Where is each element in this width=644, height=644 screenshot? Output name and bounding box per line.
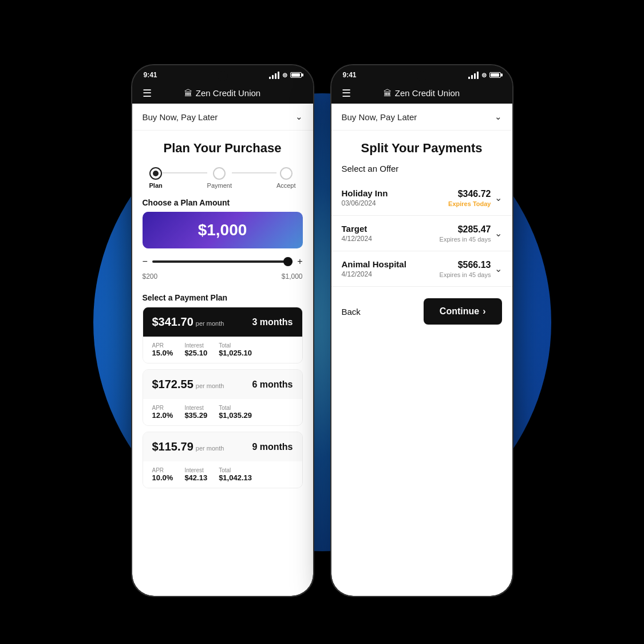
slider-container[interactable]: − + [132, 256, 313, 271]
plan-details-9months: APR 10.0% Interest $42.13 Total $1,042.1… [143, 461, 302, 488]
phone-body-1: Buy Now, Pay Later ⌄ Plan Your Purchase … [132, 104, 313, 596]
offer-name-animal-hospital: Animal Hospital [342, 259, 406, 269]
slider-minus[interactable]: − [143, 256, 148, 267]
offer-expires-target: Expires in 45 days [440, 236, 491, 243]
plan-monthly-3months: $341.70per month [152, 315, 224, 329]
step-circle-plan [149, 167, 162, 180]
bank-name-1: Zen Credit Union [196, 88, 260, 98]
bnpl-label-1: Buy Now, Pay Later [143, 112, 218, 122]
offer-name-holiday-inn: Holiday Inn [342, 188, 388, 198]
slider-plus[interactable]: + [297, 256, 302, 267]
offer-date-animal-hospital: 4/12/2024 [342, 270, 406, 278]
offer-amount-block-animal-hospital: $566.13 Expires in 45 days [440, 260, 491, 278]
signal-icon-2 [468, 72, 479, 79]
plan-months-9months: 9 months [252, 442, 293, 452]
chevron-animal-hospital[interactable]: ⌄ [495, 263, 502, 274]
amount-value: $1,000 [198, 221, 247, 239]
continue-arrow-icon: › [483, 306, 485, 317]
offer-amount-holiday-inn: $346.72 [448, 189, 491, 199]
menu-icon-1[interactable]: ☰ [143, 87, 152, 100]
notch-2 [417, 71, 427, 81]
step-line-1 [163, 172, 207, 173]
step-circle-accept [280, 167, 293, 180]
slider-thumb[interactable] [283, 257, 293, 266]
step-circle-payment [213, 167, 226, 180]
status-icons-2: ⊜ [468, 72, 501, 79]
step-label-accept: Accept [276, 182, 296, 189]
plan-header-6months: $172.55per month 6 months [143, 370, 302, 399]
plan-interest-3months: Interest $25.10 [184, 342, 207, 357]
plan-monthly-9months: $115.79per month [152, 440, 224, 453]
status-icons-1: ⊜ [269, 72, 302, 79]
plan-option-6months[interactable]: $172.55per month 6 months APR 12.0% Inte… [143, 369, 303, 426]
action-row: Back Continue › [331, 287, 512, 336]
status-bar-2: 9:41 ⊜ [331, 65, 512, 82]
bank-title-2: 🏛 Zen Credit Union [384, 88, 460, 98]
notch-1 [218, 71, 228, 81]
battery-icon [290, 72, 302, 78]
offer-amount-target: $285.47 [440, 224, 491, 235]
plan-header-9months: $115.79per month 9 months [143, 432, 302, 461]
continue-button[interactable]: Continue › [424, 298, 502, 325]
slider-min-label: $200 [143, 272, 158, 280]
split-title: Split Your Payments [331, 131, 512, 164]
steps-container: Plan Payment Accept [132, 161, 313, 192]
phone-body-2: Buy Now, Pay Later ⌄ Split Your Payments… [331, 104, 512, 596]
plan-apr-3months: APR 15.0% [152, 342, 173, 357]
bnpl-header-2: Buy Now, Pay Later ⌄ [331, 104, 512, 131]
chevron-target[interactable]: ⌄ [495, 228, 502, 239]
menu-icon-2[interactable]: ☰ [342, 87, 351, 100]
phone-1: 9:41 ⊜ ☰ 🏛 Zen Credit Union [131, 64, 314, 597]
offer-holiday-inn[interactable]: Holiday Inn 03/06/2024 $346.72 Expires T… [331, 180, 512, 216]
phone-header-1: ☰ 🏛 Zen Credit Union [132, 82, 313, 104]
offer-animal-hospital[interactable]: Animal Hospital 4/12/2024 $566.13 Expire… [331, 251, 512, 287]
slider-max-label: $1,000 [282, 272, 303, 280]
offer-left-holiday-inn: Holiday Inn 03/06/2024 [342, 188, 388, 207]
offer-date-holiday-inn: 03/06/2024 [342, 199, 388, 207]
plan-interest-6months: Interest $35.29 [184, 405, 207, 420]
bnpl-header-1: Buy Now, Pay Later ⌄ [132, 104, 313, 131]
plan-title: Plan Your Purchase [132, 131, 313, 161]
phone-2: 9:41 ⊜ ☰ 🏛 Zen Credit Union [330, 64, 513, 597]
bnpl-chevron-1[interactable]: ⌄ [295, 112, 303, 122]
offer-amount-block-target: $285.47 Expires in 45 days [440, 224, 491, 243]
plan-details-3months: APR 15.0% Interest $25.10 Total $1,025.1… [143, 337, 302, 363]
time-1: 9:41 [144, 71, 157, 79]
plan-interest-9months: Interest $42.13 [184, 467, 207, 482]
offer-date-target: 4/12/2024 [342, 235, 372, 243]
wifi-icon-2: ⊜ [481, 72, 487, 79]
back-button[interactable]: Back [342, 307, 361, 317]
plan-total-3months: Total $1,025.10 [219, 342, 252, 357]
bnpl-label-2: Buy Now, Pay Later [342, 112, 417, 122]
slider-track[interactable] [152, 260, 293, 263]
continue-label: Continue [440, 306, 479, 317]
choose-amount-label: Choose a Plan Amount [132, 192, 313, 212]
phone-header-2: ☰ 🏛 Zen Credit Union [331, 82, 512, 104]
offer-expires-animal-hospital: Expires in 45 days [440, 271, 491, 278]
offer-amount-animal-hospital: $566.13 [440, 260, 491, 270]
offer-left-animal-hospital: Animal Hospital 4/12/2024 [342, 259, 406, 278]
battery-icon-2 [489, 72, 501, 78]
phones-container: 9:41 ⊜ ☰ 🏛 Zen Credit Union [131, 47, 513, 597]
signal-icon [269, 72, 279, 79]
plan-option-3months[interactable]: $341.70per month 3 months APR 15.0% Inte… [143, 307, 303, 364]
plan-option-9months[interactable]: $115.79per month 9 months APR 10.0% Inte… [143, 432, 303, 488]
wifi-icon: ⊜ [282, 72, 287, 79]
offer-left-target: Target 4/12/2024 [342, 224, 372, 243]
step-label-payment: Payment [207, 182, 232, 189]
bnpl-chevron-2[interactable]: ⌄ [495, 112, 502, 122]
plan-months-6months: 6 months [252, 380, 293, 390]
offer-target[interactable]: Target 4/12/2024 $285.47 Expires in 45 d… [331, 216, 512, 251]
step-label-plan: Plan [149, 182, 163, 189]
slider-labels: $200 $1,000 [132, 271, 313, 287]
offer-right-animal-hospital: $566.13 Expires in 45 days ⌄ [440, 260, 502, 278]
select-plan-label: Select a Payment Plan [132, 287, 313, 307]
plan-months-3months: 3 months [252, 317, 293, 327]
select-offer-label: Select an Offer [331, 164, 512, 180]
plan-total-9months: Total $1,042.13 [219, 467, 252, 482]
bank-icon-1: 🏛 [184, 89, 192, 98]
amount-display: $1,000 [143, 212, 303, 248]
step-plan: Plan [149, 167, 163, 189]
step-accept: Accept [276, 167, 296, 189]
chevron-holiday-inn[interactable]: ⌄ [495, 192, 502, 203]
